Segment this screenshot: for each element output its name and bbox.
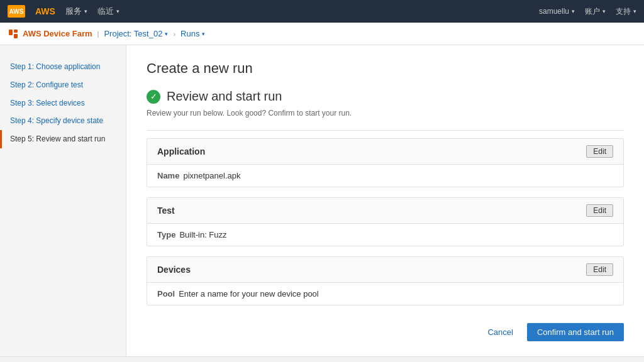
sidebar: Step 1: Choose application Step 2: Confi…	[0, 45, 126, 356]
main-content: Step 1: Choose application Step 2: Confi…	[0, 45, 644, 356]
account-menu[interactable]: 账户 ▾	[585, 6, 606, 17]
page-title: Create a new run	[147, 60, 624, 77]
content-area: Create a new run ✓ Review and start run …	[126, 45, 644, 356]
devices-card-header: Devices Edit	[147, 257, 623, 283]
devices-pool-label: Pool	[157, 289, 175, 299]
test-card: Test Edit Type Built-in: Fuzz	[147, 197, 624, 246]
user-menu[interactable]: samuellu ▾	[539, 7, 575, 16]
services-menu[interactable]: 服务 ▾	[65, 6, 87, 17]
sidebar-item-step5: Step 5: Review and start run	[0, 130, 126, 148]
application-name-row: Name pixnetpanel.apk	[157, 171, 613, 180]
application-card-header: Application Edit	[147, 139, 623, 165]
confirm-button[interactable]: Confirm and start run	[527, 323, 624, 341]
region-menu[interactable]: 临近 ▾	[97, 6, 119, 17]
application-card: Application Edit Name pixnetpanel.apk	[147, 138, 624, 187]
project-link[interactable]: Project: Test_02 ▾	[104, 29, 168, 38]
devices-pool-value: Enter a name for your new device pool	[179, 289, 319, 299]
subtitle: Review your run below. Look good? Confir…	[147, 109, 624, 118]
check-icon: ✓	[147, 90, 160, 104]
application-name-value: pixnetpanel.apk	[183, 171, 240, 180]
user-chevron-icon: ▾	[572, 8, 575, 14]
services-chevron-icon: ▾	[84, 8, 87, 14]
svg-rect-1	[14, 30, 18, 33]
sidebar-item-step1[interactable]: Step 1: Choose application	[0, 58, 126, 76]
test-edit-button[interactable]: Edit	[586, 204, 613, 217]
cancel-button[interactable]: Cancel	[480, 323, 520, 341]
devices-card: Devices Edit Pool Enter a name for your …	[147, 256, 624, 305]
svg-rect-2	[14, 34, 18, 38]
runs-link[interactable]: Runs ▾	[180, 29, 205, 38]
test-card-header: Test Edit	[147, 198, 623, 224]
sub-navigation: AWS Device Farm | Project: Test_02 ▾ › R…	[0, 23, 644, 45]
footer: © 2008 - 2015, Amazon Web Services, Inc.…	[0, 356, 644, 362]
top-divider	[147, 130, 624, 131]
support-menu[interactable]: 支持 ▾	[616, 6, 636, 17]
project-chevron-icon: ▾	[165, 31, 168, 37]
action-row: Cancel Confirm and start run	[147, 315, 624, 341]
breadcrumb-sep1: |	[97, 30, 99, 38]
test-type-value: Built-in: Fuzz	[179, 230, 226, 239]
aws-brand: AWS	[35, 6, 55, 16]
test-type-row: Type Built-in: Fuzz	[157, 230, 613, 239]
sidebar-item-step2[interactable]: Step 2: Configure test	[0, 76, 126, 94]
support-chevron-icon: ▾	[633, 8, 636, 14]
account-chevron-icon: ▾	[602, 8, 606, 14]
svg-rect-0	[9, 30, 13, 35]
section-heading: Review and start run	[167, 89, 282, 104]
devices-card-body: Pool Enter a name for your new device po…	[147, 283, 623, 305]
application-name-label: Name	[157, 171, 179, 180]
application-card-body: Name pixnetpanel.apk	[147, 165, 623, 187]
region-chevron-icon: ▾	[116, 8, 119, 14]
sidebar-item-step3[interactable]: Step 3: Select devices	[0, 94, 126, 112]
aws-logo: AWS	[8, 5, 25, 18]
devices-card-title: Devices	[157, 265, 191, 275]
application-edit-button[interactable]: Edit	[586, 145, 613, 158]
devices-pool-row: Pool Enter a name for your new device po…	[157, 289, 613, 299]
breadcrumb-sep2: ›	[173, 30, 175, 38]
test-type-label: Type	[157, 230, 175, 239]
runs-chevron-icon: ▾	[202, 31, 205, 37]
devices-edit-button[interactable]: Edit	[586, 263, 613, 276]
application-card-title: Application	[157, 146, 205, 156]
app-logo: AWS Device Farm	[8, 28, 92, 40]
device-farm-logo-icon	[8, 28, 19, 40]
section-title-row: ✓ Review and start run	[147, 89, 624, 104]
test-card-body: Type Built-in: Fuzz	[147, 224, 623, 246]
test-card-title: Test	[157, 206, 175, 216]
top-navigation: AWS AWS 服务 ▾ 临近 ▾ samuellu ▾ 账户 ▾ 支持 ▾	[0, 0, 644, 23]
sidebar-item-step4[interactable]: Step 4: Specify device state	[0, 112, 126, 130]
